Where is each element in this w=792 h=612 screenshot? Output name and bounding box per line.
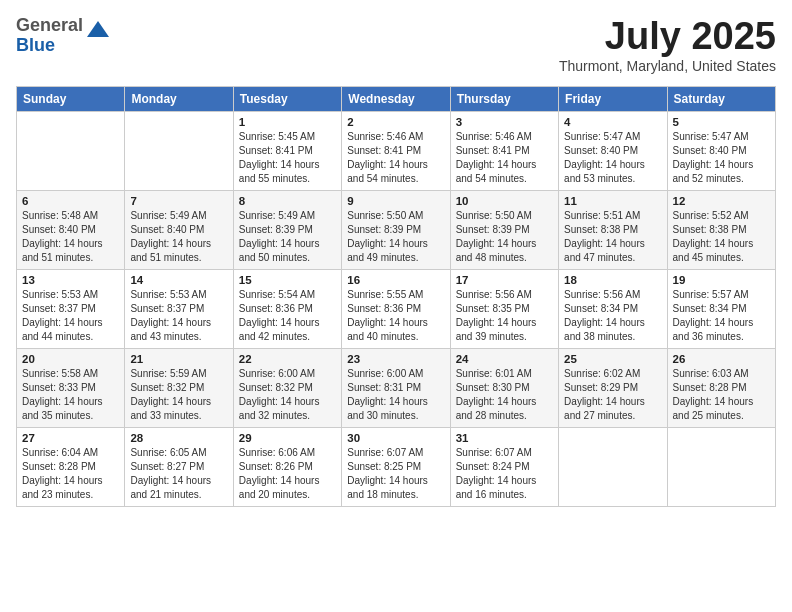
day-number: 31 [456, 432, 553, 444]
day-info: Sunrise: 6:05 AM Sunset: 8:27 PM Dayligh… [130, 446, 227, 502]
calendar-cell: 22Sunrise: 6:00 AM Sunset: 8:32 PM Dayli… [233, 348, 341, 427]
calendar: SundayMondayTuesdayWednesdayThursdayFrid… [16, 86, 776, 507]
day-info: Sunrise: 6:04 AM Sunset: 8:28 PM Dayligh… [22, 446, 119, 502]
day-number: 12 [673, 195, 770, 207]
calendar-week-row: 13Sunrise: 5:53 AM Sunset: 8:37 PM Dayli… [17, 269, 776, 348]
calendar-cell [17, 111, 125, 190]
day-number: 7 [130, 195, 227, 207]
day-number: 30 [347, 432, 444, 444]
logo: General Blue [16, 16, 109, 56]
calendar-cell: 19Sunrise: 5:57 AM Sunset: 8:34 PM Dayli… [667, 269, 775, 348]
logo-icon [87, 18, 109, 40]
calendar-cell [667, 427, 775, 506]
day-number: 13 [22, 274, 119, 286]
day-info: Sunrise: 5:53 AM Sunset: 8:37 PM Dayligh… [130, 288, 227, 344]
calendar-cell: 21Sunrise: 5:59 AM Sunset: 8:32 PM Dayli… [125, 348, 233, 427]
calendar-cell: 15Sunrise: 5:54 AM Sunset: 8:36 PM Dayli… [233, 269, 341, 348]
day-info: Sunrise: 6:01 AM Sunset: 8:30 PM Dayligh… [456, 367, 553, 423]
calendar-header-monday: Monday [125, 86, 233, 111]
day-info: Sunrise: 5:51 AM Sunset: 8:38 PM Dayligh… [564, 209, 661, 265]
day-number: 27 [22, 432, 119, 444]
day-info: Sunrise: 5:48 AM Sunset: 8:40 PM Dayligh… [22, 209, 119, 265]
day-info: Sunrise: 5:49 AM Sunset: 8:40 PM Dayligh… [130, 209, 227, 265]
day-number: 28 [130, 432, 227, 444]
calendar-header-row: SundayMondayTuesdayWednesdayThursdayFrid… [17, 86, 776, 111]
day-info: Sunrise: 5:54 AM Sunset: 8:36 PM Dayligh… [239, 288, 336, 344]
day-info: Sunrise: 6:07 AM Sunset: 8:24 PM Dayligh… [456, 446, 553, 502]
day-number: 8 [239, 195, 336, 207]
day-number: 3 [456, 116, 553, 128]
calendar-cell: 20Sunrise: 5:58 AM Sunset: 8:33 PM Dayli… [17, 348, 125, 427]
day-info: Sunrise: 5:53 AM Sunset: 8:37 PM Dayligh… [22, 288, 119, 344]
calendar-cell: 14Sunrise: 5:53 AM Sunset: 8:37 PM Dayli… [125, 269, 233, 348]
day-number: 15 [239, 274, 336, 286]
calendar-cell: 7Sunrise: 5:49 AM Sunset: 8:40 PM Daylig… [125, 190, 233, 269]
calendar-cell: 28Sunrise: 6:05 AM Sunset: 8:27 PM Dayli… [125, 427, 233, 506]
calendar-cell [559, 427, 667, 506]
day-info: Sunrise: 5:46 AM Sunset: 8:41 PM Dayligh… [456, 130, 553, 186]
day-number: 16 [347, 274, 444, 286]
calendar-cell: 10Sunrise: 5:50 AM Sunset: 8:39 PM Dayli… [450, 190, 558, 269]
day-number: 21 [130, 353, 227, 365]
calendar-cell: 29Sunrise: 6:06 AM Sunset: 8:26 PM Dayli… [233, 427, 341, 506]
calendar-header-saturday: Saturday [667, 86, 775, 111]
day-number: 19 [673, 274, 770, 286]
calendar-header-tuesday: Tuesday [233, 86, 341, 111]
logo-blue: Blue [16, 36, 83, 56]
day-number: 20 [22, 353, 119, 365]
calendar-cell: 18Sunrise: 5:56 AM Sunset: 8:34 PM Dayli… [559, 269, 667, 348]
page-header: General Blue July 2025 Thurmont, Marylan… [16, 16, 776, 74]
calendar-cell: 11Sunrise: 5:51 AM Sunset: 8:38 PM Dayli… [559, 190, 667, 269]
day-number: 22 [239, 353, 336, 365]
calendar-cell: 2Sunrise: 5:46 AM Sunset: 8:41 PM Daylig… [342, 111, 450, 190]
day-number: 9 [347, 195, 444, 207]
day-number: 14 [130, 274, 227, 286]
day-info: Sunrise: 5:55 AM Sunset: 8:36 PM Dayligh… [347, 288, 444, 344]
calendar-cell: 9Sunrise: 5:50 AM Sunset: 8:39 PM Daylig… [342, 190, 450, 269]
calendar-week-row: 20Sunrise: 5:58 AM Sunset: 8:33 PM Dayli… [17, 348, 776, 427]
calendar-cell: 8Sunrise: 5:49 AM Sunset: 8:39 PM Daylig… [233, 190, 341, 269]
calendar-cell: 30Sunrise: 6:07 AM Sunset: 8:25 PM Dayli… [342, 427, 450, 506]
day-number: 18 [564, 274, 661, 286]
day-info: Sunrise: 5:56 AM Sunset: 8:34 PM Dayligh… [564, 288, 661, 344]
title-block: July 2025 Thurmont, Maryland, United Sta… [559, 16, 776, 74]
logo-general: General [16, 16, 83, 36]
day-number: 5 [673, 116, 770, 128]
calendar-header-wednesday: Wednesday [342, 86, 450, 111]
day-number: 29 [239, 432, 336, 444]
day-number: 2 [347, 116, 444, 128]
day-info: Sunrise: 5:56 AM Sunset: 8:35 PM Dayligh… [456, 288, 553, 344]
day-info: Sunrise: 5:50 AM Sunset: 8:39 PM Dayligh… [456, 209, 553, 265]
day-info: Sunrise: 5:49 AM Sunset: 8:39 PM Dayligh… [239, 209, 336, 265]
day-info: Sunrise: 6:06 AM Sunset: 8:26 PM Dayligh… [239, 446, 336, 502]
day-number: 6 [22, 195, 119, 207]
calendar-week-row: 27Sunrise: 6:04 AM Sunset: 8:28 PM Dayli… [17, 427, 776, 506]
calendar-week-row: 6Sunrise: 5:48 AM Sunset: 8:40 PM Daylig… [17, 190, 776, 269]
logo-text: General Blue [16, 16, 83, 56]
calendar-cell [125, 111, 233, 190]
day-info: Sunrise: 5:59 AM Sunset: 8:32 PM Dayligh… [130, 367, 227, 423]
calendar-cell: 17Sunrise: 5:56 AM Sunset: 8:35 PM Dayli… [450, 269, 558, 348]
calendar-cell: 4Sunrise: 5:47 AM Sunset: 8:40 PM Daylig… [559, 111, 667, 190]
calendar-cell: 24Sunrise: 6:01 AM Sunset: 8:30 PM Dayli… [450, 348, 558, 427]
day-info: Sunrise: 5:46 AM Sunset: 8:41 PM Dayligh… [347, 130, 444, 186]
day-info: Sunrise: 6:07 AM Sunset: 8:25 PM Dayligh… [347, 446, 444, 502]
day-info: Sunrise: 5:58 AM Sunset: 8:33 PM Dayligh… [22, 367, 119, 423]
calendar-cell: 27Sunrise: 6:04 AM Sunset: 8:28 PM Dayli… [17, 427, 125, 506]
day-info: Sunrise: 5:47 AM Sunset: 8:40 PM Dayligh… [673, 130, 770, 186]
day-info: Sunrise: 6:02 AM Sunset: 8:29 PM Dayligh… [564, 367, 661, 423]
location: Thurmont, Maryland, United States [559, 58, 776, 74]
day-info: Sunrise: 5:47 AM Sunset: 8:40 PM Dayligh… [564, 130, 661, 186]
calendar-cell: 3Sunrise: 5:46 AM Sunset: 8:41 PM Daylig… [450, 111, 558, 190]
calendar-cell: 13Sunrise: 5:53 AM Sunset: 8:37 PM Dayli… [17, 269, 125, 348]
day-info: Sunrise: 5:50 AM Sunset: 8:39 PM Dayligh… [347, 209, 444, 265]
calendar-cell: 5Sunrise: 5:47 AM Sunset: 8:40 PM Daylig… [667, 111, 775, 190]
day-number: 26 [673, 353, 770, 365]
calendar-header-friday: Friday [559, 86, 667, 111]
calendar-cell: 23Sunrise: 6:00 AM Sunset: 8:31 PM Dayli… [342, 348, 450, 427]
day-info: Sunrise: 5:52 AM Sunset: 8:38 PM Dayligh… [673, 209, 770, 265]
calendar-cell: 6Sunrise: 5:48 AM Sunset: 8:40 PM Daylig… [17, 190, 125, 269]
day-number: 24 [456, 353, 553, 365]
calendar-header-thursday: Thursday [450, 86, 558, 111]
calendar-week-row: 1Sunrise: 5:45 AM Sunset: 8:41 PM Daylig… [17, 111, 776, 190]
